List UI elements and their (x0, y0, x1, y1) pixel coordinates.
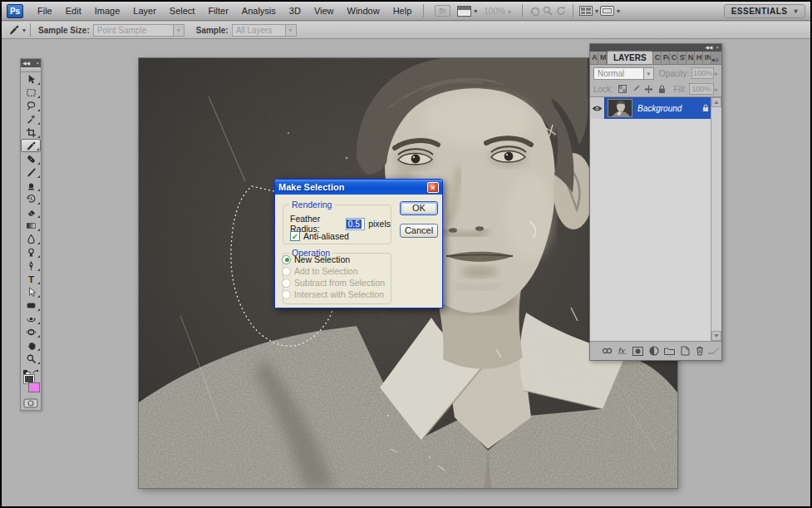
menu-analysis[interactable]: Analysis (236, 3, 282, 18)
ok-button[interactable]: OK (400, 201, 438, 215)
move-tool[interactable] (21, 72, 41, 86)
clone-stamp-tool[interactable] (21, 179, 41, 192)
eraser-tool[interactable] (21, 205, 41, 219)
radio-selected-icon[interactable] (282, 255, 291, 264)
dodge-tool[interactable] (21, 245, 41, 259)
tab-masks[interactable]: MA (598, 52, 607, 64)
horizontal-type-tool[interactable]: T (21, 272, 41, 285)
menu-filter[interactable]: Filter (202, 3, 234, 18)
layer-row-background[interactable]: Background (590, 97, 712, 119)
menu-help[interactable]: Help (387, 3, 418, 18)
tab-color[interactable]: CO (670, 52, 678, 64)
new-group-icon[interactable] (664, 345, 675, 357)
panel-resize-grip[interactable] (707, 348, 720, 354)
panel-menu-icon[interactable]: ▾≡ (711, 57, 721, 64)
path-selection-tool[interactable] (21, 285, 41, 298)
lock-all-icon[interactable] (657, 84, 668, 94)
adjustment-layer-icon[interactable] (648, 345, 658, 357)
add-to-selection-radio: Add to Selection (282, 266, 357, 276)
close-icon[interactable]: × (427, 182, 439, 193)
brush-icon (26, 167, 37, 178)
dialog-title-text: Make Selection (278, 182, 344, 192)
opacity-value[interactable]: 100% (691, 67, 714, 79)
zoom-tool[interactable] (21, 352, 41, 365)
view-extras-button[interactable]: ▾ (457, 4, 477, 18)
anti-aliased-checkbox[interactable]: ✓ (290, 231, 300, 241)
layer-thumbnail[interactable] (608, 99, 632, 117)
crop-tool[interactable] (21, 126, 41, 139)
quick-mask-button[interactable] (21, 397, 41, 410)
magic-wand-tool[interactable] (21, 112, 41, 126)
scroll-down-icon[interactable] (711, 331, 721, 341)
cancel-button[interactable]: Cancel (400, 224, 438, 238)
pen-tool[interactable] (21, 259, 41, 272)
hand-tool[interactable] (21, 338, 41, 352)
menu-edit[interactable]: Edit (60, 3, 87, 18)
tab-channels[interactable]: CH (653, 52, 662, 64)
rectangular-marquee-tool[interactable] (21, 86, 41, 99)
layer-visibility-toggle[interactable] (590, 97, 605, 119)
spot-healing-brush-tool[interactable] (21, 152, 41, 165)
tab-adjustments[interactable]: AD (590, 52, 598, 64)
lock-position-icon[interactable] (643, 84, 655, 94)
menu-layer[interactable]: Layer (127, 3, 162, 18)
tab-paths[interactable]: PA (662, 52, 670, 64)
toolbox-header[interactable]: ◀◀× (21, 59, 41, 67)
new-selection-radio[interactable]: New Selection (282, 254, 350, 264)
menu-file[interactable]: File (32, 3, 58, 18)
gradient-tool[interactable] (21, 219, 41, 232)
add-layer-mask-icon[interactable] (632, 345, 643, 357)
opacity-stepper-icon[interactable]: ▸ (715, 70, 718, 77)
menu-window[interactable]: Window (342, 3, 386, 18)
new-layer-icon[interactable] (680, 345, 690, 357)
lasso-tool[interactable] (21, 99, 41, 112)
hand-tool-button[interactable] (529, 4, 540, 18)
3d-orbit-tool[interactable] (21, 325, 41, 338)
menu-select[interactable]: Select (164, 3, 201, 18)
tab-styles[interactable]: ST (678, 52, 687, 64)
menu-image[interactable]: Image (89, 3, 126, 18)
fill-stepper-icon[interactable]: ▸ (715, 86, 718, 93)
eraser-icon (26, 207, 37, 218)
blend-mode-dropdown[interactable]: Normal ▾ (593, 67, 654, 80)
collapse-panel-icon[interactable]: ◀◀ (705, 44, 712, 52)
dialog-title-bar[interactable]: Make Selection × (275, 180, 442, 195)
scroll-up-icon[interactable] (711, 97, 721, 107)
menu-view[interactable]: View (308, 3, 340, 18)
launch-bridge-button[interactable]: Br (435, 5, 450, 17)
menu-3d[interactable]: 3D (283, 3, 307, 18)
rectangle-shape-tool[interactable] (21, 298, 41, 312)
zoom-level-dropdown[interactable]: 100%▾ (484, 7, 511, 16)
layer-style-icon[interactable]: fx. (618, 345, 627, 357)
tab-info[interactable]: IN (703, 52, 711, 64)
screen-mode-button[interactable]: ▾ (600, 4, 620, 18)
lock-image-icon[interactable] (630, 84, 642, 94)
arrange-documents-button[interactable]: ▾ (579, 4, 598, 18)
tab-history[interactable]: HI (695, 52, 703, 64)
default-swap-colors[interactable] (21, 365, 41, 373)
make-selection-dialog: Make Selection × Rendering Feather Radiu… (274, 179, 443, 308)
rotate-view-button[interactable] (555, 4, 567, 18)
layer-list-scrollbar[interactable] (711, 97, 721, 341)
background-color-swatch[interactable] (28, 382, 40, 392)
lock-transparency-icon[interactable] (617, 84, 628, 94)
fill-value[interactable]: 100% (689, 83, 714, 95)
history-brush-tool[interactable] (21, 192, 41, 205)
link-layers-icon[interactable] (602, 345, 613, 357)
eyedropper-tool[interactable] (21, 139, 41, 152)
close-panel-icon[interactable]: × (36, 59, 39, 67)
close-panel-icon[interactable]: × (716, 44, 719, 52)
tool-preset-button[interactable]: ▾ (8, 23, 26, 37)
sample-size-dropdown[interactable]: Point Sample ▾ (93, 24, 185, 37)
collapse-panel-icon[interactable]: ◀◀ (22, 59, 30, 67)
tab-navigator[interactable]: NA (687, 52, 695, 64)
workspace-switcher-button[interactable]: ESSENTIALS▾ (724, 4, 805, 18)
sample-dropdown[interactable]: All Layers ▾ (232, 24, 297, 37)
brush-tool[interactable] (21, 165, 41, 179)
tab-layers[interactable]: LAYERS (607, 51, 653, 64)
feather-radius-input[interactable]: 0.5 (346, 218, 365, 230)
delete-layer-icon[interactable] (695, 345, 705, 357)
zoom-tool-button[interactable] (542, 4, 554, 18)
blur-tool[interactable] (21, 232, 41, 245)
3d-rotate-tool[interactable] (21, 312, 41, 325)
